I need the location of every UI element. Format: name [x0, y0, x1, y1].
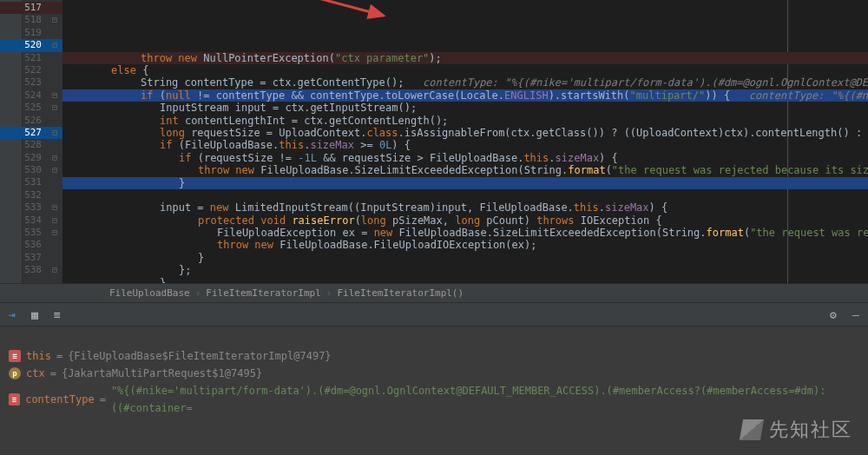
- watermark-logo-icon: [740, 419, 764, 440]
- annotation-arrow: [279, 0, 392, 21]
- watermark-text: 先知社区: [769, 417, 852, 443]
- code-line[interactable]: }: [62, 277, 868, 283]
- line-number[interactable]: 536: [0, 239, 62, 251]
- line-number[interactable]: 527⊟: [0, 127, 62, 139]
- variable-value: {JakartaMultiPartRequest$1@7495}: [62, 365, 262, 382]
- fold-toggle-icon[interactable]: ⊟: [49, 164, 61, 176]
- line-number[interactable]: 521: [0, 52, 62, 64]
- code-line[interactable]: if (null != contentType && contentType.t…: [62, 89, 868, 102]
- line-number[interactable]: 525⊟: [0, 102, 62, 114]
- line-number[interactable]: 519: [0, 27, 62, 39]
- tool-icon[interactable]: ⇥: [5, 307, 19, 321]
- chevron-right-icon: ›: [195, 287, 201, 299]
- line-number[interactable]: 533⊟: [0, 201, 62, 214]
- code-line[interactable]: InputStream input = ctx.getInputStream()…: [62, 102, 868, 114]
- code-line[interactable]: long requestSize = UploadContext.class.i…: [62, 127, 868, 139]
- fold-toggle-icon[interactable]: ⊟: [49, 127, 61, 139]
- code-line[interactable]: }: [62, 252, 868, 264]
- variable-name: this: [26, 347, 51, 365]
- line-number[interactable]: 534⊟: [0, 214, 62, 227]
- line-number[interactable]: 524⊟: [0, 89, 62, 102]
- menu-icon[interactable]: ≡: [50, 307, 64, 321]
- line-number[interactable]: 522: [0, 64, 62, 76]
- code-line[interactable]: input = new LimitedInputStream((InputStr…: [62, 201, 868, 214]
- fold-toggle-icon[interactable]: ⊟: [49, 14, 61, 26]
- variable-name: contentType: [25, 391, 94, 408]
- line-number[interactable]: 517: [0, 2, 62, 14]
- code-line[interactable]: else {: [62, 64, 868, 76]
- line-number[interactable]: 523: [0, 76, 62, 89]
- debug-variable-row[interactable]: ≡this = {FileUploadBase$FileItemIterator…: [9, 347, 859, 365]
- line-number[interactable]: 518⊟: [0, 14, 62, 26]
- fold-toggle-icon[interactable]: ⊟: [49, 227, 61, 239]
- code-line[interactable]: }: [62, 177, 868, 189]
- object-icon: ≡: [9, 350, 21, 362]
- debug-variable-row[interactable]: ≡contentType = "%{(#nike='multipart/form…: [9, 382, 859, 417]
- fold-toggle-icon[interactable]: ⊟: [49, 201, 61, 214]
- fold-toggle-icon[interactable]: ⊟: [49, 152, 61, 164]
- fold-toggle-icon[interactable]: ⊟: [49, 89, 61, 102]
- watermark: 先知社区: [741, 417, 852, 443]
- code-line[interactable]: protected void raiseError(long pSizeMax,…: [62, 214, 868, 227]
- code-line[interactable]: if (requestSize != -1L && requestSize > …: [62, 152, 868, 164]
- variable-string-value: "%{(#nike='multipart/form-data').(#dm=@o…: [111, 382, 859, 417]
- breadcrumb-item[interactable]: FileUploadBase: [104, 287, 195, 299]
- code-line[interactable]: throw new NullPointerException("ctx para…: [62, 52, 868, 64]
- breadcrumb-item[interactable]: FileItemIteratorImpl: [201, 287, 326, 299]
- code-line[interactable]: int contentLengthInt = ctx.getContentLen…: [62, 115, 868, 127]
- fold-toggle-icon[interactable]: ⊟: [49, 102, 61, 114]
- fold-toggle-icon[interactable]: ⊟: [49, 39, 61, 51]
- line-number[interactable]: 530⊟: [0, 164, 62, 176]
- debug-toolbar: ⇥ ▦ ≡ ⚙ —: [0, 302, 868, 326]
- fold-toggle-icon[interactable]: ⊟: [49, 264, 61, 276]
- code-line[interactable]: };: [62, 264, 868, 276]
- line-number[interactable]: 532: [0, 189, 62, 201]
- code-line[interactable]: if (FileUploadBase.this.sizeMax >= 0L) {: [62, 139, 868, 151]
- code-line[interactable]: throw new FileUploadBase.FileUploadIOExc…: [62, 239, 868, 251]
- code-line[interactable]: String contentType = ctx.getContentType(…: [62, 76, 868, 89]
- line-number[interactable]: 528: [0, 139, 62, 151]
- chevron-right-icon: ›: [326, 287, 332, 299]
- debug-variables-panel[interactable]: ≡this = {FileUploadBase$FileItemIterator…: [0, 326, 868, 455]
- settings-icon[interactable]: ⚙: [826, 307, 840, 321]
- svg-line-0: [279, 0, 384, 16]
- line-number[interactable]: 520⊟: [0, 39, 62, 51]
- code-line[interactable]: throw new FileUploadBase.SizeLimitExceed…: [62, 164, 868, 176]
- line-number[interactable]: 535⊟: [0, 227, 62, 239]
- line-number[interactable]: 537: [0, 252, 62, 264]
- line-number[interactable]: 531: [0, 176, 62, 188]
- line-number[interactable]: 526: [0, 115, 62, 127]
- param-icon: p: [9, 367, 21, 379]
- breadcrumb: FileUploadBase › FileItemIteratorImpl › …: [0, 283, 868, 302]
- breadcrumb-item[interactable]: FileItemIteratorImpl(): [332, 287, 469, 299]
- variable-value: {FileUploadBase$FileItemIteratorImpl@749…: [68, 347, 331, 365]
- code-line[interactable]: FileUploadException ex = new FileUploadB…: [62, 227, 868, 239]
- line-number[interactable]: 538⊟: [0, 264, 62, 276]
- line-number-gutter[interactable]: 517518⊟519520⊟521522523524⊟525⊟526527⊟52…: [0, 0, 62, 283]
- object-icon: ≡: [9, 393, 20, 406]
- editor-pane: 517518⊟519520⊟521522523524⊟525⊟526527⊟52…: [0, 0, 868, 283]
- line-number[interactable]: 529⊟: [0, 152, 62, 164]
- minimize-icon[interactable]: —: [849, 307, 863, 321]
- frames-icon[interactable]: ▦: [28, 307, 42, 321]
- fold-toggle-icon[interactable]: ⊟: [49, 214, 61, 227]
- code-editor[interactable]: throw new NullPointerException("ctx para…: [62, 0, 868, 283]
- code-line[interactable]: [62, 189, 868, 201]
- variable-name: ctx: [26, 365, 45, 382]
- debug-variable-row[interactable]: pctx = {JakartaMultiPartRequest$1@7495}: [9, 365, 859, 382]
